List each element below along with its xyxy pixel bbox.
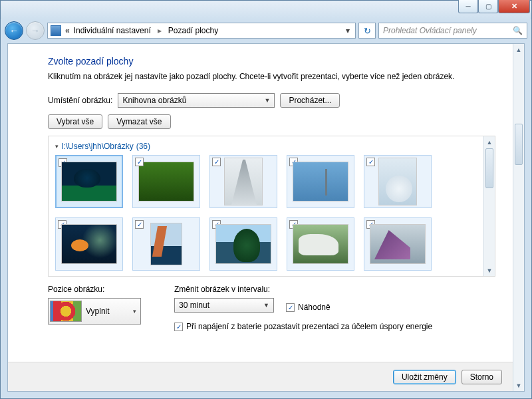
panel-scrollbar[interactable]: ▲ ▼ bbox=[513, 44, 524, 391]
thumbnail-frame: ✓ bbox=[287, 217, 354, 271]
address-dropdown-icon[interactable]: ▾ bbox=[343, 26, 352, 35]
chevron-down-icon: ▼ bbox=[263, 302, 269, 309]
thumbnail-frame: ✓ bbox=[55, 155, 123, 208]
thumbnail-frame: ✓ bbox=[132, 217, 200, 271]
window-frame: ─ ▢ ✕ ← → « Individuální nastavení ▸ Poz… bbox=[0, 0, 532, 399]
location-combobox[interactable]: Knihovna obrázků ▼ bbox=[118, 93, 275, 108]
shuffle-checkbox[interactable]: ✓ Náhodně bbox=[286, 303, 331, 312]
cancel-button[interactable]: Storno bbox=[462, 370, 502, 384]
image-list-scrollbar[interactable]: ▲ ▼ bbox=[483, 136, 495, 276]
back-button[interactable]: ← bbox=[5, 21, 23, 40]
shuffle-label: Náhodně bbox=[298, 303, 331, 312]
thumbnail-checkbox[interactable]: ✓ bbox=[366, 158, 375, 166]
close-button[interactable]: ✕ bbox=[498, 0, 530, 13]
clear-all-button[interactable]: Vymazat vše bbox=[108, 114, 170, 129]
thumbnail-image bbox=[150, 223, 182, 265]
titlebar: ─ ▢ ✕ bbox=[1, 1, 531, 19]
thumbnail-checkbox[interactable]: ✓ bbox=[135, 158, 144, 166]
thumbnail-image bbox=[215, 224, 271, 264]
maximize-button[interactable]: ▢ bbox=[478, 0, 498, 13]
image-list-inner: ▾ I:\Users\jhh\Obrázky (36) ✓✓✓✓✓✓✓✓✓✓ bbox=[49, 136, 495, 276]
thumbnail-frame: ✓ bbox=[364, 155, 432, 208]
thumbnail-checkbox[interactable]: ✓ bbox=[212, 158, 221, 166]
content-area: Zvolte pozadí plochy Kliknutím na obráze… bbox=[8, 44, 513, 362]
thumbnail-frame: ✓ bbox=[209, 217, 277, 271]
interval-combobox[interactable]: 30 minut ▼ bbox=[174, 298, 274, 313]
content-panel: ▲ ▼ Zvolte pozadí plochy Kliknutím na ob… bbox=[7, 43, 525, 392]
minimize-button[interactable]: ─ bbox=[458, 0, 478, 13]
thumbnail-image bbox=[61, 224, 117, 264]
chevron-right-icon[interactable]: ▸ bbox=[155, 26, 164, 35]
nav-row: ← → « Individuální nastavení ▸ Pozadí pl… bbox=[1, 19, 531, 42]
thumbnail-frame: ✓ bbox=[364, 217, 432, 271]
thumbnail-image bbox=[138, 162, 194, 201]
scroll-up-icon[interactable]: ▲ bbox=[484, 136, 495, 148]
position-preview-icon bbox=[50, 301, 82, 322]
location-row: Umístění obrázku: Knihovna obrázků ▼ Pro… bbox=[48, 93, 495, 108]
thumbnail-image bbox=[293, 224, 348, 264]
interval-section: Změnit obrázek v intervalu: 30 minut ▼ ✓… bbox=[174, 285, 432, 331]
thumbnail-frame: ✓ bbox=[209, 155, 277, 208]
thumbnail-frame: ✓ bbox=[287, 155, 354, 208]
select-buttons-row: Vybrat vše Vymazat vše bbox=[48, 114, 495, 129]
thumbnail-frame: ✓ bbox=[132, 155, 200, 208]
thumbnail-image bbox=[378, 158, 417, 205]
group-path: I:\Users\jhh\Obrázky bbox=[61, 142, 134, 151]
image-list: ▲ ▼ ▾ I:\Users\jhh\Obrázky (36) ✓✓✓✓✓✓✓✓… bbox=[48, 136, 495, 277]
thumbnail-item[interactable]: ✓ bbox=[364, 217, 432, 271]
page-subtitle: Kliknutím na obrázek jej nastavíte jako … bbox=[48, 72, 495, 81]
chevron-down-icon: ▾ bbox=[133, 308, 139, 315]
forward-button[interactable]: → bbox=[26, 21, 45, 40]
position-value: Vyplnit bbox=[86, 307, 110, 316]
thumbnail-item[interactable]: ✓ bbox=[55, 155, 123, 208]
thumbnail-checkbox[interactable]: ✓ bbox=[135, 220, 144, 229]
location-label: Umístění obrázku: bbox=[48, 96, 112, 105]
interval-label: Změnit obrázek v intervalu: bbox=[174, 285, 432, 294]
group-header[interactable]: ▾ I:\Users\jhh\Obrázky (36) bbox=[55, 142, 488, 151]
collapse-triangle-icon[interactable]: ▾ bbox=[55, 143, 59, 150]
interval-value: 30 minut bbox=[179, 301, 209, 310]
footer: Uložit změny Storno bbox=[8, 362, 513, 391]
select-all-button[interactable]: Vybrat vše bbox=[48, 114, 102, 129]
thumbnail-item[interactable]: ✓ bbox=[287, 155, 354, 208]
scroll-down-icon[interactable]: ▼ bbox=[513, 380, 524, 391]
scroll-thumb[interactable] bbox=[515, 124, 523, 165]
checkbox-icon: ✓ bbox=[174, 323, 183, 331]
thumbnail-item[interactable]: ✓ bbox=[132, 155, 200, 208]
search-icon[interactable]: 🔍 bbox=[513, 26, 523, 35]
scroll-up-icon[interactable]: ▲ bbox=[513, 44, 524, 55]
thumbnail-item[interactable]: ✓ bbox=[55, 217, 123, 271]
settings-row: Pozice obrázku: Vyplnit ▾ Změnit obrázek… bbox=[48, 285, 495, 331]
scroll-thumb[interactable] bbox=[485, 148, 493, 188]
battery-pause-checkbox[interactable]: ✓ Při napájení z baterie pozastavit prez… bbox=[174, 322, 432, 331]
thumbnail-frame: ✓ bbox=[55, 217, 123, 271]
thumbnail-image bbox=[370, 224, 426, 264]
thumbnails-grid: ✓✓✓✓✓✓✓✓✓✓ bbox=[55, 155, 488, 271]
refresh-button[interactable]: ↻ bbox=[358, 23, 376, 39]
save-button[interactable]: Uložit změny bbox=[393, 370, 456, 384]
thumbnail-item[interactable]: ✓ bbox=[209, 155, 277, 208]
crumb-prefix: « bbox=[65, 26, 70, 35]
checkbox-icon: ✓ bbox=[286, 303, 295, 312]
page-title: Zvolte pozadí plochy bbox=[48, 56, 495, 66]
location-value: Knihovna obrázků bbox=[122, 96, 186, 105]
position-combobox[interactable]: Vyplnit ▾ bbox=[48, 298, 141, 325]
position-section: Pozice obrázku: Vyplnit ▾ bbox=[48, 285, 141, 331]
thumbnail-item[interactable]: ✓ bbox=[287, 217, 354, 271]
breadcrumb-personalization[interactable]: Individuální nastavení bbox=[74, 26, 151, 35]
thumbnail-item[interactable]: ✓ bbox=[364, 155, 432, 208]
position-label: Pozice obrázku: bbox=[48, 285, 141, 294]
thumbnail-image bbox=[293, 162, 348, 201]
breadcrumb-desktop-background[interactable]: Pozadí plochy bbox=[168, 26, 218, 35]
chevron-down-icon: ▼ bbox=[264, 97, 270, 104]
thumbnail-item[interactable]: ✓ bbox=[132, 217, 200, 271]
thumbnail-image bbox=[61, 162, 117, 201]
group-count: (36) bbox=[136, 142, 150, 151]
thumbnail-image bbox=[224, 158, 263, 205]
scroll-down-icon[interactable]: ▼ bbox=[484, 265, 495, 276]
thumbnail-item[interactable]: ✓ bbox=[209, 217, 277, 271]
search-input[interactable]: Prohledat Ovládací panely 🔍 bbox=[378, 23, 527, 39]
address-bar[interactable]: « Individuální nastavení ▸ Pozadí plochy… bbox=[47, 23, 356, 39]
browse-button[interactable]: Procházet... bbox=[280, 93, 340, 108]
control-panel-icon bbox=[51, 25, 61, 36]
